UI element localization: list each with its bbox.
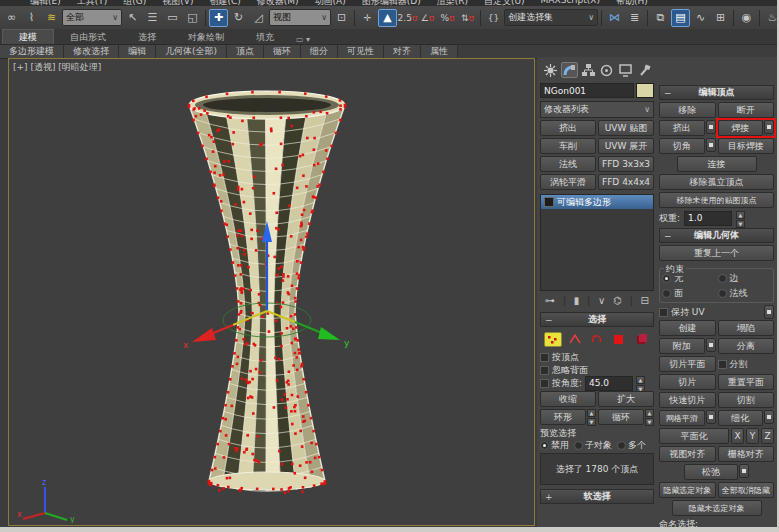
- attach-button[interactable]: 附加: [659, 338, 705, 354]
- lathe-modifier-button[interactable]: 车削: [540, 138, 596, 154]
- material-editor-icon[interactable]: ◉: [737, 9, 756, 27]
- select-move-icon[interactable]: ✚: [209, 9, 228, 27]
- editable-poly-model[interactable]: x y: [117, 83, 417, 523]
- stack-item-editable-poly[interactable]: 可编辑多边形: [541, 195, 653, 209]
- vertex-subobject-icon[interactable]: [544, 332, 562, 347]
- panel-modify-selection[interactable]: 修改选择: [64, 45, 119, 58]
- panel-properties[interactable]: 属性: [421, 45, 458, 58]
- normal-modifier-button[interactable]: 法线: [540, 156, 596, 172]
- ring-button[interactable]: 环形: [540, 409, 586, 425]
- view-align-button[interactable]: 视图对齐: [659, 446, 716, 462]
- rect-selection-region-icon[interactable]: ▭: [163, 9, 182, 27]
- shrink-button[interactable]: 收缩: [540, 391, 596, 407]
- select-manipulate-icon[interactable]: ✛: [358, 9, 377, 27]
- motion-tab-icon[interactable]: [599, 62, 616, 78]
- snap-25-icon[interactable]: 2.5ʊ: [398, 9, 417, 27]
- ignore-backfacing-checkbox[interactable]: [540, 366, 549, 375]
- constraint-face-radio[interactable]: [662, 289, 671, 298]
- cut-button[interactable]: 切割: [718, 392, 775, 408]
- hide-unselected-button[interactable]: 隐藏未选定对象: [672, 500, 762, 516]
- split-checkbox[interactable]: [718, 360, 727, 369]
- panel-edit[interactable]: 编辑: [119, 45, 156, 58]
- selection-filter-dropdown[interactable]: 全部∨: [62, 9, 122, 26]
- by-vertex-checkbox[interactable]: [540, 353, 549, 362]
- edit-vertices-rollout-header[interactable]: −编辑顶点: [659, 85, 774, 100]
- keyboard-override-icon[interactable]: ▲: [378, 9, 397, 27]
- uvw-unwrap-modifier-button[interactable]: UVW 展开: [598, 138, 654, 154]
- preview-off-radio[interactable]: [540, 441, 549, 450]
- remove-modifier-icon[interactable]: ⌬: [613, 295, 622, 306]
- constraint-normal-radio[interactable]: [718, 289, 727, 298]
- hide-selected-button[interactable]: 隐藏选定对象: [659, 482, 716, 498]
- edit-named-selection-icon[interactable]: {}: [484, 9, 503, 27]
- named-selection-dropdown[interactable]: 创建选择集∨: [504, 9, 598, 26]
- slice-button[interactable]: 切片: [659, 374, 716, 390]
- select-link-icon[interactable]: ∞: [2, 9, 21, 27]
- weld-settings-button[interactable]: [764, 120, 774, 134]
- extrude-button[interactable]: 挤出: [659, 120, 705, 136]
- border-subobject-icon[interactable]: [588, 332, 606, 347]
- tab-object-paint[interactable]: 对象绘制: [172, 30, 240, 44]
- grid-align-button[interactable]: 栅格对齐: [718, 446, 775, 462]
- constraint-none-radio[interactable]: [662, 274, 671, 283]
- planar-y-button[interactable]: Y: [746, 428, 759, 444]
- create-tab-icon[interactable]: [542, 62, 559, 78]
- tessellate-button[interactable]: 细化: [718, 410, 764, 426]
- remove-unused-map-verts-button[interactable]: 移除未使用的贴图顶点: [659, 192, 774, 208]
- weld-button[interactable]: 焊接: [718, 120, 764, 136]
- modifier-list-dropdown[interactable]: 修改器列表∨: [540, 101, 654, 118]
- chamfer-settings-button[interactable]: [706, 138, 716, 152]
- detach-button[interactable]: 分离: [718, 338, 775, 354]
- extrude-settings-button[interactable]: [706, 120, 716, 134]
- panel-loops[interactable]: 循环: [264, 45, 301, 58]
- soft-selection-rollout-header[interactable]: +软选择: [540, 489, 654, 504]
- angle-snap-icon[interactable]: ∠ʊ: [418, 9, 437, 27]
- display-tab-icon[interactable]: [617, 62, 634, 78]
- loop-button[interactable]: 循环: [598, 409, 644, 425]
- target-weld-button[interactable]: 目标焊接: [718, 138, 775, 154]
- break-button[interactable]: 断开: [718, 102, 775, 118]
- panel-align[interactable]: 对齐: [384, 45, 421, 58]
- edit-geometry-rollout-header[interactable]: −编辑几何体: [659, 228, 774, 243]
- tab-freeform[interactable]: 自由形式: [54, 30, 122, 44]
- hierarchy-tab-icon[interactable]: [580, 62, 597, 78]
- percent-snap-icon[interactable]: %ʊ: [438, 9, 457, 27]
- msmooth-settings-button[interactable]: [706, 410, 716, 424]
- constraint-edge-radio[interactable]: [718, 274, 727, 283]
- align-icon[interactable]: ≣: [625, 9, 644, 27]
- angle-spinner[interactable]: ▲▼: [636, 376, 645, 390]
- preserve-uv-checkbox[interactable]: [659, 308, 668, 317]
- make-unique-icon[interactable]: ∨: [598, 295, 605, 306]
- panel-subdivision[interactable]: 细分: [301, 45, 338, 58]
- schematic-view-icon[interactable]: ⊞: [711, 9, 730, 27]
- quick-slice-button[interactable]: 快速切片: [659, 392, 716, 408]
- reset-plane-button[interactable]: 重置平面: [718, 374, 775, 390]
- element-subobject-icon[interactable]: [632, 332, 650, 347]
- connect-button[interactable]: 连接: [677, 156, 757, 172]
- utilities-tab-icon[interactable]: [636, 62, 653, 78]
- weight-value-field[interactable]: 1.0: [684, 211, 732, 226]
- use-pivot-center-icon[interactable]: ⊡: [332, 9, 351, 27]
- object-name-field[interactable]: NGon001: [540, 83, 634, 98]
- turbosmooth-modifier-button[interactable]: 涡轮平滑: [540, 174, 596, 190]
- relax-settings-button[interactable]: [739, 464, 749, 478]
- unhide-all-button[interactable]: 全部取消隐藏: [718, 482, 775, 498]
- angle-value-field[interactable]: 45.0: [585, 376, 633, 391]
- select-object-icon[interactable]: ↖: [123, 9, 142, 27]
- planar-x-button[interactable]: X: [731, 428, 744, 444]
- weight-spinner[interactable]: ▲▼: [736, 211, 745, 225]
- make-planar-button[interactable]: 平面化: [659, 428, 729, 444]
- select-rotate-icon[interactable]: ↻: [229, 9, 248, 27]
- ffd-4x4x4-modifier-button[interactable]: FFD 4x4x4: [598, 174, 654, 190]
- tab-modeling[interactable]: 建模: [2, 29, 54, 44]
- remove-isolated-vertices-button[interactable]: 移除孤立顶点: [659, 174, 774, 190]
- repeat-last-button[interactable]: 重复上一个: [659, 245, 774, 261]
- ribbon-toggle-icon[interactable]: ▤: [671, 9, 690, 27]
- tab-populate[interactable]: 填充: [240, 30, 290, 44]
- preserve-uv-settings-button[interactable]: [764, 305, 774, 319]
- create-button[interactable]: 创建: [659, 320, 716, 336]
- ribbon-minimize-icon[interactable]: ▭ ▾: [290, 35, 316, 44]
- collapse-button[interactable]: 塌陷: [718, 320, 775, 336]
- layer-manager-icon[interactable]: ⧉: [651, 9, 670, 27]
- panel-vertices[interactable]: 顶点: [227, 45, 264, 58]
